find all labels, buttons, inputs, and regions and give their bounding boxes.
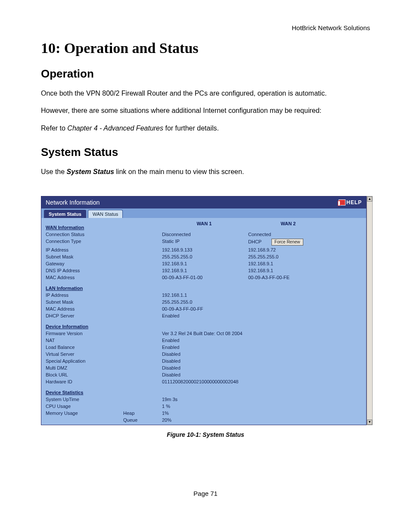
row-label: Subnet Mask bbox=[45, 254, 122, 260]
section-systemstatus-title: System Status bbox=[41, 146, 370, 159]
lan-dhcp: Enabled bbox=[161, 313, 247, 319]
row-label: Hardware ID bbox=[45, 379, 122, 385]
row-label: MAC Address bbox=[45, 306, 122, 312]
row-label: Load Balance bbox=[45, 344, 122, 350]
wan2-col-header: WAN 2 bbox=[247, 221, 329, 230]
operation-para-3: Refer to Chapter 4 - Advanced Features f… bbox=[41, 122, 370, 135]
panel-titlebar: Network Information HELP bbox=[41, 196, 366, 208]
row-label: DNS IP Address bbox=[45, 268, 122, 274]
wan2-conn-type: DHCP Force Renew bbox=[247, 238, 329, 246]
wan2-dns: 192.168.9.1 bbox=[247, 268, 329, 274]
screenshot-figure: ▲ ▼ Network Information HELP System Stat… bbox=[41, 196, 373, 425]
wan1-mask: 255.255.255.0 bbox=[161, 254, 247, 260]
tab-wan-status[interactable]: WAN Status bbox=[88, 210, 123, 218]
heap-value: 1% bbox=[161, 410, 247, 416]
scrollbar[interactable]: ▲ ▼ bbox=[367, 196, 373, 425]
wan1-ip: 192.168.9.133 bbox=[161, 247, 247, 253]
row-label: Memory Usage bbox=[45, 410, 122, 416]
queue-label: Queue bbox=[122, 417, 161, 423]
device-info-heading: Device Information bbox=[45, 320, 122, 330]
wan2-gw: 192.168.9.1 bbox=[247, 261, 329, 267]
lan-mask: 255.255.255.0 bbox=[161, 299, 247, 305]
row-label: Connection Type bbox=[45, 238, 122, 246]
row-label: Special Application bbox=[45, 358, 122, 364]
wan1-conn-status: Disconnected bbox=[161, 231, 247, 237]
lan-info-heading: LAN Information bbox=[45, 281, 122, 291]
operation-para-1: Once both the VPN 800/2 Firewall Router … bbox=[41, 87, 370, 100]
page-number: Page 71 bbox=[41, 490, 370, 497]
virtual-server-value: Disabled bbox=[161, 351, 247, 357]
row-label: CPU Usage bbox=[45, 403, 122, 409]
row-label: IP Address bbox=[45, 247, 122, 253]
row-label: Multi DMZ bbox=[45, 365, 122, 371]
multi-dmz-value: Disabled bbox=[161, 365, 247, 371]
row-label: System UpTime bbox=[45, 396, 122, 402]
wan1-mac: 00-09-A3-FF-01-00 bbox=[161, 274, 247, 280]
row-label: Firmware Version bbox=[45, 330, 122, 336]
systemstatus-para: Use the System Status link on the main m… bbox=[41, 165, 370, 178]
load-balance-value: Enabled bbox=[161, 344, 247, 350]
figure-caption: Figure 10-1: System Status bbox=[41, 431, 370, 438]
chapter-title: 10: Operation and Status bbox=[41, 40, 370, 56]
wan2-conn-type-value: DHCP bbox=[248, 239, 262, 244]
row-label: Connection Status bbox=[45, 231, 122, 237]
panel-title-text: Network Information bbox=[46, 199, 100, 206]
row-label: Block URL bbox=[45, 372, 122, 378]
wan2-ip: 192.168.9.72 bbox=[247, 247, 329, 253]
block-url-value: Disabled bbox=[161, 372, 247, 378]
row-label: Virtual Server bbox=[45, 351, 122, 357]
wan1-conn-type: Static IP bbox=[161, 238, 247, 246]
text: link on the main menu to view this scree… bbox=[114, 168, 244, 175]
wan1-dns: 192.168.9.1 bbox=[161, 268, 247, 274]
header-company: HotBrick Network Solutions bbox=[41, 24, 370, 31]
firmware-version: Ver 3.2 Rel 24 Built Date: Oct 08 2004 bbox=[161, 330, 329, 336]
operation-para-2: However, there are some situations where… bbox=[41, 104, 370, 117]
page: HotBrick Network Solutions 10: Operation… bbox=[0, 0, 411, 514]
queue-value: 20% bbox=[161, 417, 247, 423]
row-label: MAC Address bbox=[45, 274, 122, 280]
nat-value: Enabled bbox=[161, 337, 247, 343]
wan1-gw: 192.168.9.1 bbox=[161, 261, 247, 267]
wan2-conn-status: Connected bbox=[247, 231, 329, 237]
text: for further details. bbox=[163, 124, 219, 132]
force-renew-button[interactable]: Force Renew bbox=[271, 239, 303, 246]
row-label: DHCP Server bbox=[45, 313, 122, 319]
row-label: NAT bbox=[45, 337, 122, 343]
help-button[interactable]: HELP bbox=[339, 199, 362, 205]
help-icon bbox=[339, 199, 346, 205]
device-stats-heading: Device Statistics bbox=[45, 386, 122, 395]
heap-label: Heap bbox=[122, 410, 161, 416]
cpu-value: 1 % bbox=[161, 403, 247, 409]
text: Refer to bbox=[41, 124, 67, 132]
section-operation-title: Operation bbox=[41, 67, 370, 81]
row-label: Gateway bbox=[45, 261, 122, 267]
wan1-col-header: WAN 1 bbox=[161, 221, 247, 230]
lan-ip: 192.168.1.1 bbox=[161, 292, 247, 298]
special-app-value: Disabled bbox=[161, 358, 247, 364]
hardware-id-value: 01112008200002100000000002048 bbox=[161, 379, 329, 385]
row-label: IP Address bbox=[45, 292, 122, 298]
help-label: HELP bbox=[346, 199, 362, 205]
text: Use the bbox=[41, 168, 67, 175]
row-label: Subnet Mask bbox=[45, 299, 122, 305]
chapter-ref: Chapter 4 - Advanced Features bbox=[67, 124, 163, 132]
lan-mac: 00-09-A3-FF-00-FF bbox=[161, 306, 247, 312]
system-status-link-ref: System Status bbox=[67, 168, 114, 175]
scroll-down-icon[interactable]: ▼ bbox=[367, 420, 372, 425]
uptime-value: 19m 3s bbox=[161, 396, 247, 402]
wan2-mac: 00-09-A3-FF-00-FE bbox=[247, 274, 329, 280]
tab-bar: System Status WAN Status bbox=[41, 208, 366, 218]
tab-system-status[interactable]: System Status bbox=[44, 210, 86, 218]
scroll-up-icon[interactable]: ▲ bbox=[367, 196, 372, 202]
network-info-panel: Network Information HELP System Status W… bbox=[41, 196, 367, 425]
wan2-mask: 255.255.255.0 bbox=[247, 254, 329, 260]
wan-info-heading: WAN Information bbox=[45, 221, 122, 230]
panel-body: WAN Information WAN 1 WAN 2 Connection S… bbox=[41, 218, 366, 425]
